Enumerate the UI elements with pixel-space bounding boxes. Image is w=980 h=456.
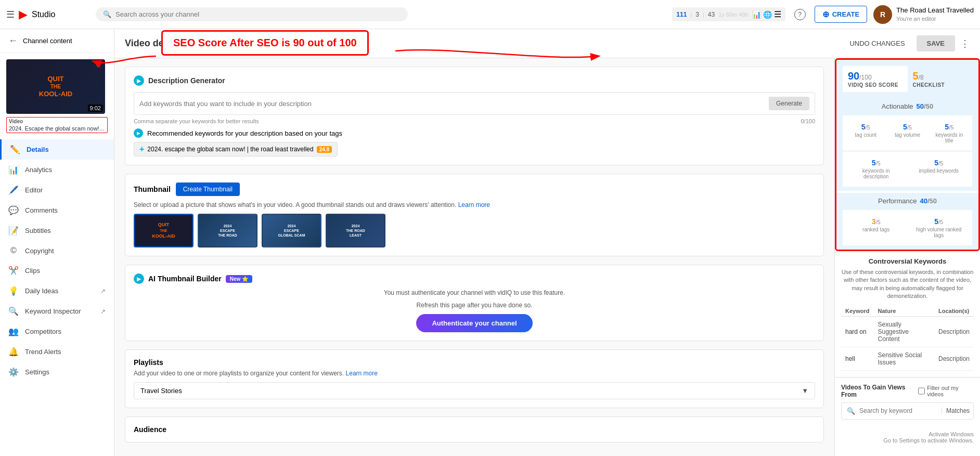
ext-icon-keyword: ↗ — [100, 308, 106, 315]
metric-label-keywords-desc: keywords in description — [850, 168, 902, 179]
metric-score-implied: 5/5 — [913, 159, 965, 167]
filter-checkbox[interactable] — [918, 387, 925, 395]
table-body: hard on Sexually Suggestive Content Desc… — [841, 316, 974, 370]
performance-score: 40/50 — [920, 197, 937, 205]
search-keyword-row[interactable]: 🔍 Matches 🔒 — [841, 402, 974, 420]
metric-score-tag-count: 5/5 — [850, 123, 881, 131]
seo-score-tab[interactable]: 90/100 VIDIQ SEO SCORE — [843, 66, 908, 92]
topbar-search[interactable]: 🔍 — [96, 7, 408, 21]
metric-score-ranked: 3/5 — [850, 217, 902, 226]
keyword-tag-item[interactable]: + 2024. escape the global scam now! | th… — [134, 142, 338, 157]
search-input[interactable] — [115, 10, 401, 18]
user-avatar[interactable]: R The Road Least Travelled You're an edi… — [873, 5, 974, 24]
col-nature: Nature — [873, 306, 934, 317]
nav-label-settings: Settings — [25, 368, 49, 376]
sidebar-nav: ✏️ Details 📊 Analytics 🖊️ Editor 💬 Comme… — [0, 139, 114, 382]
playlists-title: Playlists — [134, 358, 815, 367]
performance-header: Performance 40/50 — [843, 197, 972, 205]
desc-keywords-input[interactable] — [139, 100, 764, 108]
thumbnail-header: Thumbnail Create Thumbnail — [134, 183, 815, 196]
playlist-select-dropdown[interactable]: Travel Stories ▼ — [134, 382, 815, 399]
create-button[interactable]: ⊕ CREATE — [815, 6, 867, 23]
thumb-koolaid-text: KOOL-AID — [39, 90, 72, 98]
nav-label-copyright: Copyright — [25, 247, 54, 255]
generate-button[interactable]: Generate — [769, 97, 809, 110]
sidebar-item-competitors[interactable]: 👥 Competitors — [0, 321, 114, 342]
rec-label: Recommended keywords for your descriptio… — [147, 129, 342, 137]
sidebar-item-keyword-inspector[interactable]: 🔍 Keyword Inspector ↗ — [0, 301, 114, 321]
thumbnail-3[interactable]: 2024ESCAPEGLOBAL SCAM — [262, 214, 321, 247]
desc-input-row[interactable]: Generate — [134, 92, 815, 115]
metric-label-tag-volume: tag volume — [892, 132, 923, 138]
nav-label-comments: Comments — [25, 206, 58, 214]
sidebar-item-clips[interactable]: ✂️ Clips — [0, 260, 114, 281]
playlists-card: Playlists Add your video to one or more … — [125, 349, 824, 408]
editor-icon: 🖊️ — [8, 185, 19, 195]
sidebar-item-trend-alerts[interactable]: 🔔 Trend Alerts — [0, 342, 114, 362]
stat-menu[interactable]: ☰ — [774, 9, 781, 19]
sidebar-item-details[interactable]: ✏️ Details — [0, 139, 114, 160]
authenticate-channel-button[interactable]: Authenticate your channel — [416, 314, 532, 332]
checklist-tab[interactable]: 5/8 CHECKLIST — [908, 66, 973, 92]
hamburger-icon[interactable]: ☰ — [6, 9, 15, 20]
search-keyword-input[interactable] — [859, 407, 937, 414]
playlists-learn-more-link[interactable]: Learn more — [346, 370, 378, 377]
sidebar-item-daily-ideas[interactable]: 💡 Daily Ideas ↗ — [0, 281, 114, 301]
seo-score-panel: 90/100 VIDIQ SEO SCORE 5/8 CHECKLIST — [836, 60, 978, 98]
thumbnail-2[interactable]: 2024ESCAPETHE ROAD — [198, 214, 257, 247]
topbar-right: 111 | 3 | 43 1y 60m 48h 📊 🌐 ☰ ? ⊕ CREATE… — [672, 5, 974, 24]
nature-social: Sensitive Social Issues — [873, 347, 934, 370]
audience-title: Audience — [134, 425, 815, 434]
actionable-label: Actionable — [882, 102, 913, 110]
metric-tag-volume: 5/5 tag volume — [888, 120, 926, 147]
sidebar-item-analytics[interactable]: 📊 Analytics — [0, 160, 114, 180]
description-generator-card: ▶ Description Generator Generate Comma s… — [125, 67, 824, 165]
youtube-icon: ▶ — [19, 8, 28, 21]
thumbnail-card: Thumbnail Create Thumbnail Select or upl… — [125, 174, 824, 256]
undo-button[interactable]: UNDO CHANGES — [843, 35, 911, 51]
more-button[interactable]: ⋮ — [960, 38, 970, 49]
sidebar-item-comments[interactable]: 💬 Comments — [0, 200, 114, 220]
back-button[interactable]: ← — [8, 35, 18, 46]
metric-keywords-title: 5/5 keywords in title — [931, 120, 968, 147]
metrics-grid-bottom: 5/5 keywords in description 5/5 implied … — [843, 151, 972, 187]
location-desc-1: Description — [934, 316, 974, 347]
vidiq-icon: ▶ — [134, 75, 144, 86]
video-title: Video 2024. Escape the global scam now!.… — [9, 119, 105, 132]
video-duration: 9:02 — [88, 105, 103, 112]
thumbnail-4[interactable]: 2024THE ROADLEAST — [326, 214, 385, 247]
search-icon: 🔍 — [103, 10, 111, 18]
save-button[interactable]: SAVE — [917, 35, 955, 51]
sidebar-item-settings[interactable]: ⚙️ Settings — [0, 362, 114, 382]
nav-label-details: Details — [27, 146, 49, 153]
ai-thumb-header: ▶ AI Thumbnail Builder New ⭐ — [134, 273, 815, 284]
sidebar-item-copyright[interactable]: © Copyright — [0, 241, 114, 260]
tag-score: 24.8 — [317, 146, 332, 153]
metric-score-keywords-title: 5/5 — [934, 123, 965, 131]
desc-gen-header: ▶ Description Generator — [134, 75, 815, 86]
ai-thumb-title: AI Thumbnail Builder — [148, 275, 222, 283]
keyword-tags: + 2024. escape the global scam now! | th… — [134, 142, 815, 157]
location-desc-2: Description — [934, 347, 974, 370]
stat-3: 3 — [695, 11, 699, 18]
stat-icon2: 🌐 — [763, 10, 772, 19]
performance-section: Performance 40/50 3/5 ranked tags 5 — [836, 193, 978, 250]
user-name: The Road Least Travelled — [896, 6, 974, 15]
sidebar-item-editor[interactable]: 🖊️ Editor — [0, 180, 114, 200]
create-thumbnail-button[interactable]: Create Thumbnail — [176, 183, 240, 196]
thumbnail-1[interactable]: QUITTHEKOOL-AID — [134, 214, 194, 247]
thumbnail-grid: QUITTHEKOOL-AID 2024ESCAPETHE ROAD — [134, 214, 815, 247]
table-header-row: Keyword Nature Location(s) — [841, 306, 974, 317]
topbar: ☰ ▶ Studio 🔍 111 | 3 | 43 1y 60m 48h 📊 🌐… — [0, 0, 980, 29]
help-button[interactable]: ? — [792, 6, 808, 23]
sidebar-item-subtitles[interactable]: 📝 Subtitles — [0, 220, 114, 241]
thumbnail-learn-more-link[interactable]: Learn more — [458, 201, 490, 209]
videos-gain-title: Videos To Gain Views From — [841, 384, 918, 398]
videos-gain-header: Videos To Gain Views From Filter out my … — [841, 384, 974, 398]
checklist-label: CHECKLIST — [913, 82, 968, 88]
metric-keywords-desc: 5/5 keywords in description — [847, 155, 906, 183]
thumb-icon: 🐂 — [96, 63, 101, 68]
copyright-icon: © — [8, 246, 19, 255]
seo-panel-wrapper: 90/100 VIDIQ SEO SCORE 5/8 CHECKLIST — [835, 58, 980, 251]
checklist-score: 5 — [913, 70, 919, 82]
